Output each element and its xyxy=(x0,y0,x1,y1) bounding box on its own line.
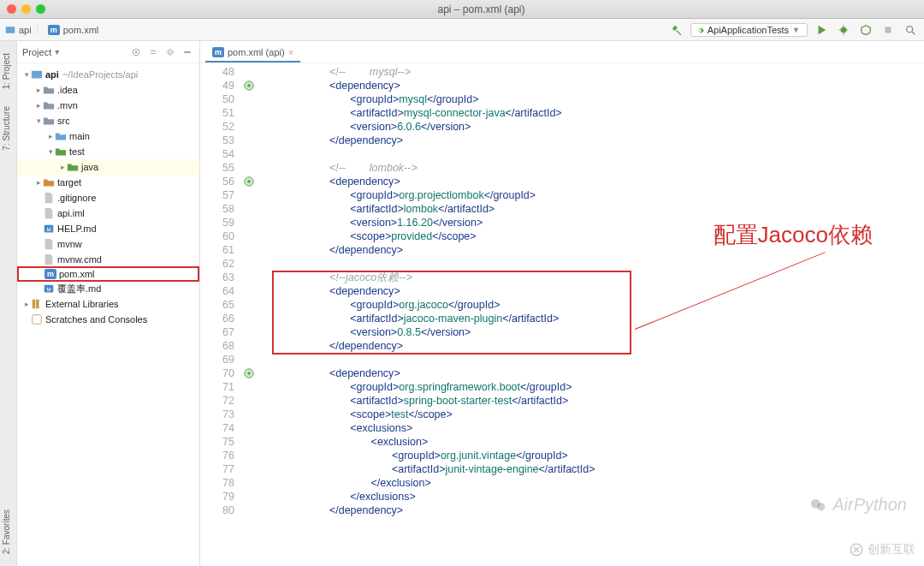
code-line[interactable]: <exclusions> xyxy=(267,421,924,435)
rail-tab-favorites[interactable]: 2: Favorites xyxy=(0,504,13,559)
disclosure-icon[interactable]: ▸ xyxy=(34,101,43,110)
code-view[interactable]: 4849505152535455565758596061626364656667… xyxy=(200,63,924,566)
disclosure-icon[interactable]: ▾ xyxy=(46,147,55,156)
debug-button[interactable] xyxy=(835,21,852,39)
breadcrumb-project[interactable]: api xyxy=(19,25,32,35)
code-line[interactable]: <dependency> xyxy=(267,79,924,92)
code-line[interactable]: <groupId>org.junit.vintage</groupId> xyxy=(267,449,924,462)
coverage-button[interactable] xyxy=(857,21,874,39)
hide-icon[interactable] xyxy=(181,45,194,59)
gutter-mark xyxy=(241,216,267,229)
svg-point-1 xyxy=(841,27,847,33)
breadcrumb[interactable]: api 〉 m pom.xml xyxy=(5,23,98,36)
build-button[interactable] xyxy=(668,21,685,39)
close-tab-icon[interactable]: × xyxy=(288,47,293,57)
file-icon xyxy=(43,192,55,204)
code-line[interactable]: </dependency> xyxy=(267,243,924,257)
tree-item-main[interactable]: ▸main xyxy=(17,128,199,144)
tree-item-api.iml[interactable]: api.iml xyxy=(17,206,199,221)
tree-item-External Libraries[interactable]: ▸External Libraries xyxy=(17,296,199,312)
code-line[interactable]: <version>0.8.5</version> xyxy=(267,325,924,339)
tree-item-java[interactable]: ▸java xyxy=(17,159,199,175)
gutter-mark xyxy=(241,408,267,421)
code-line[interactable]: </dependency> xyxy=(267,339,924,353)
disclosure-icon[interactable]: ▸ xyxy=(34,86,43,94)
stop-button[interactable] xyxy=(880,21,897,39)
code-line[interactable]: <exclusion> xyxy=(267,435,924,449)
tree-item-api[interactable]: ▾api~/IdeaProjects/api xyxy=(17,67,199,82)
tree-item-mvnw[interactable]: mvnw xyxy=(17,236,199,252)
gear-icon[interactable] xyxy=(163,45,177,59)
code-line[interactable]: </dependency> xyxy=(267,134,924,147)
disclosure-icon[interactable]: ▾ xyxy=(22,70,31,79)
breadcrumb-file[interactable]: pom.xml xyxy=(63,25,99,35)
code-line[interactable]: <artifactId>mysql-connector-java</artifa… xyxy=(267,106,924,120)
tree-item-pom.xml[interactable]: mpom.xml xyxy=(17,266,199,282)
code-line[interactable]: <version>1.16.20</version> xyxy=(267,216,924,229)
code-line[interactable]: <groupId>mysql</groupId> xyxy=(267,92,924,106)
code-line[interactable]: <!--jacoco依赖--> xyxy=(267,271,924,284)
override-icon[interactable] xyxy=(243,367,255,379)
expand-icon[interactable] xyxy=(146,45,160,59)
code-line[interactable]: <scope>test</scope> xyxy=(267,408,924,421)
tree-item-test[interactable]: ▾test xyxy=(17,144,199,159)
code-line[interactable] xyxy=(267,353,924,366)
tree-label: mvnw.cmd xyxy=(57,254,102,265)
override-icon[interactable] xyxy=(243,80,255,92)
tree-item-.mvn[interactable]: ▸.mvn xyxy=(17,98,199,113)
locate-icon[interactable] xyxy=(129,45,143,59)
minimize-icon[interactable] xyxy=(21,4,31,14)
svg-text:M: M xyxy=(46,226,50,232)
code-line[interactable]: <scope>provided</scope> xyxy=(267,229,924,243)
gutter-mark xyxy=(241,229,267,243)
code-line[interactable]: <dependency> xyxy=(267,284,924,298)
code-line[interactable]: <artifactId>lombok</artifactId> xyxy=(267,202,924,216)
code-line[interactable]: </exclusion> xyxy=(267,476,924,490)
rail-tab-structure[interactable]: 7: Structure xyxy=(0,101,13,156)
search-button[interactable] xyxy=(902,21,919,39)
tree-item-src[interactable]: ▾src xyxy=(17,113,199,128)
disclosure-icon[interactable]: ▾ xyxy=(34,116,43,125)
override-icon[interactable] xyxy=(243,176,255,188)
tree-item-mvnw.cmd[interactable]: mvnw.cmd xyxy=(17,252,199,267)
code-area[interactable]: 配置Jacoco依赖 <!-- mysql--> <dependency> <g… xyxy=(267,63,924,566)
code-line[interactable]: <groupId>org.jacoco</groupId> xyxy=(267,298,924,312)
code-line[interactable]: <artifactId>junit-vintage-engine</artifa… xyxy=(267,462,924,476)
code-line[interactable]: <groupId>org.springframework.boot</group… xyxy=(267,380,924,394)
maximize-icon[interactable] xyxy=(36,4,45,14)
chevron-down-icon[interactable]: ▼ xyxy=(53,48,61,57)
project-tree[interactable]: ▾api~/IdeaProjects/api▸.idea▸.mvn▾src▸ma… xyxy=(17,63,199,331)
tree-label: main xyxy=(69,131,90,141)
folder-src-icon xyxy=(55,130,67,142)
code-line[interactable]: <artifactId>spring-boot-starter-test</ar… xyxy=(267,394,924,408)
code-line[interactable]: <dependency> xyxy=(267,366,924,380)
editor-tab-pom[interactable]: m pom.xml (api) × xyxy=(205,44,300,63)
code-line[interactable] xyxy=(267,147,924,161)
code-line[interactable]: <!-- mysql--> xyxy=(267,65,924,79)
tree-item-覆盖率.md[interactable]: M覆盖率.md xyxy=(17,281,199,296)
file-icon xyxy=(43,238,55,250)
tree-item-Scratches and Consoles[interactable]: Scratches and Consoles xyxy=(17,312,199,327)
code-line[interactable]: <artifactId>jacoco-maven-plugin</artifac… xyxy=(267,312,924,325)
run-button[interactable] xyxy=(813,21,830,39)
close-icon[interactable] xyxy=(7,4,16,14)
rail-tab-project[interactable]: 1: Project xyxy=(0,48,13,94)
window-controls[interactable] xyxy=(7,4,45,14)
disclosure-icon[interactable]: ▸ xyxy=(46,132,55,140)
line-number: 59 xyxy=(200,216,241,229)
tree-item-target[interactable]: ▸target xyxy=(17,175,199,190)
disclosure-icon[interactable]: ▸ xyxy=(22,300,31,308)
code-line[interactable]: <groupId>org.projectlombok</groupId> xyxy=(267,188,924,202)
sidebar-title[interactable]: Project xyxy=(22,47,51,57)
tree-item-.gitignore[interactable]: .gitignore xyxy=(17,190,199,206)
disclosure-icon[interactable]: ▸ xyxy=(58,163,67,171)
run-config-selector[interactable]: ⬗ ApiApplicationTests ▼ xyxy=(690,23,808,37)
watermark-cxhl: 创新互联 xyxy=(849,542,915,557)
code-line[interactable]: <version>6.0.6</version> xyxy=(267,120,924,134)
tree-item-.idea[interactable]: ▸.idea xyxy=(17,82,199,98)
disclosure-icon[interactable]: ▸ xyxy=(34,178,43,187)
code-line[interactable]: <!-- lombok--> xyxy=(267,161,924,175)
code-line[interactable] xyxy=(267,257,924,271)
tree-item-HELP.md[interactable]: MHELP.md xyxy=(17,221,199,236)
code-line[interactable]: <dependency> xyxy=(267,175,924,188)
